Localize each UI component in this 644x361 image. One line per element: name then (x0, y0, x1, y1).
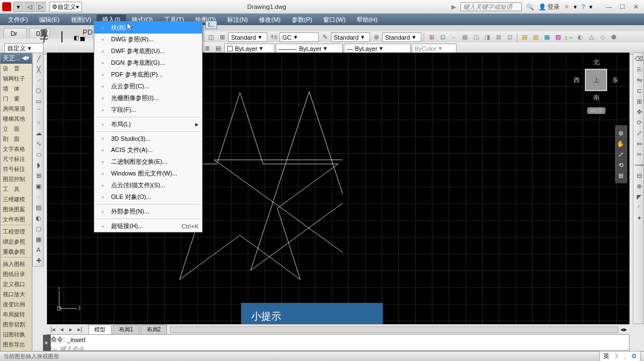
erase-button[interactable]: ⌫ (634, 54, 644, 64)
mirror-button[interactable]: ⇋ (634, 75, 644, 85)
snap-icon[interactable]: ↕↔ (564, 32, 574, 42)
dropdown-icon[interactable]: ▾ (589, 3, 593, 11)
menu-item[interactable]: ▫超链接(H)...Ctrl+K (94, 220, 202, 232)
fillet-button[interactable]: ◜ (634, 202, 644, 212)
panel-item[interactable]: 符号标注 (1, 164, 32, 174)
extend-button[interactable]: ⟶ (634, 160, 644, 170)
snap-icon[interactable]: ◫ (471, 32, 481, 42)
panel-item[interactable]: 图纸目录 (1, 269, 32, 279)
panel-item[interactable]: 视口放大 (1, 289, 32, 300)
menu-item[interactable]: ▫PDF 参考底图(P)... (94, 69, 202, 80)
menu-item[interactable]: 标注(N) (222, 15, 253, 25)
circle-button[interactable]: ○ (33, 117, 44, 127)
addselected-button[interactable]: ✚ (33, 255, 44, 265)
panel-item[interactable]: 立 面 (1, 124, 32, 134)
panel-item[interactable]: 定义视口 (1, 279, 32, 289)
tool-button[interactable]: ⊗ (371, 32, 381, 42)
menu-item[interactable]: ▫DWF 参考底图(U)... (94, 45, 202, 57)
menu-item[interactable]: 视图(V) (65, 15, 97, 25)
wcs-badge[interactable]: WCS (587, 107, 605, 114)
panel-item[interactable]: 改变比例 (1, 300, 32, 310)
snap-icon[interactable]: ⬢ (609, 32, 619, 42)
tool-button[interactable]: ⅍ (268, 32, 278, 42)
login-button[interactable]: 👤 登录 (539, 3, 560, 11)
panel-item[interactable]: 墙 体 (1, 84, 32, 94)
panel-item[interactable]: 图形切割 (1, 320, 32, 330)
plotstyle-dropdown[interactable]: ByColor▾ (412, 44, 456, 53)
help-search-input[interactable] (460, 2, 522, 11)
rotate-button[interactable]: ⟳ (634, 117, 644, 127)
viewcube-west[interactable]: 西 (574, 76, 580, 84)
horizontal-scroll[interactable] (170, 326, 618, 333)
menu-item[interactable]: 修改(M) (253, 15, 286, 25)
gradient-button[interactable]: ◐ (33, 213, 44, 223)
panel-item[interactable]: 轴网柱子 (1, 74, 32, 84)
dropdown-icon[interactable]: ▾ (574, 3, 577, 11)
panel-item[interactable]: 设 置 (1, 64, 32, 74)
ellipse-arc-button[interactable]: ◗ (33, 160, 44, 170)
steering-wheel-button[interactable]: ⊛ (616, 128, 626, 138)
dimstyle-dropdown[interactable]: GC▾ (280, 32, 319, 42)
layout-tab[interactable]: 布局1 (113, 325, 140, 335)
panel-item[interactable]: 图块图案 (1, 205, 32, 215)
menu-item[interactable]: ▫字段(F)... (94, 104, 202, 116)
lineweight-dropdown[interactable]: — ByLayer▾ (344, 44, 411, 53)
revcloud-button[interactable]: ☁ (33, 128, 44, 138)
panel-item[interactable]: 图形导出 (1, 340, 32, 350)
maximize-button[interactable]: ☐ (616, 2, 628, 12)
showmotion-button[interactable]: ⊞ (616, 170, 626, 180)
ime-indicator[interactable]: 英 ☽ ， ⚙ (599, 351, 641, 361)
search-icon[interactable]: 🔍 (526, 3, 534, 11)
panel-item[interactable]: 图层控制 (1, 174, 32, 184)
menu-item[interactable]: ▫3D Studio(3)... (94, 133, 202, 144)
orbit-button[interactable]: ⟲ (616, 160, 626, 170)
scroll-right-button[interactable]: ▸ (624, 326, 627, 333)
chamfer-button[interactable]: ◤ (634, 192, 644, 202)
menu-item[interactable]: ▫OLE 对象(O)... (94, 191, 202, 203)
polyline-button[interactable]: ⟋ (33, 75, 44, 85)
exchange-icon[interactable]: ✕ (564, 3, 569, 11)
array-button[interactable]: ⊞ (634, 96, 644, 106)
last-tab-button[interactable]: ▸| (76, 326, 84, 333)
panel-item[interactable]: 工程管理 (1, 227, 32, 237)
text-button[interactable]: A (33, 245, 44, 255)
copy-button[interactable]: ⎘ (634, 64, 644, 74)
match-props-button[interactable]: ≣ (202, 44, 212, 54)
construction-line-button[interactable]: ╳ (33, 64, 44, 74)
panel-item[interactable]: 重载参照 (1, 247, 32, 257)
panel-item[interactable]: 布局旋转 (1, 310, 32, 320)
snap-icon[interactable]: ⊡ (438, 32, 448, 42)
snap-icon[interactable]: ▦ (460, 32, 470, 42)
explode-button[interactable]: ✦ (634, 213, 644, 223)
menu-item[interactable]: ▫外部参照(N)... (94, 206, 202, 217)
make-block-button[interactable]: ▣ (33, 181, 44, 191)
prev-tab-button[interactable]: ◂ (58, 326, 66, 333)
snap-icon[interactable]: ⊞ (426, 32, 436, 42)
workspace-dropdown[interactable]: ⚙ 自定义 ▾ (49, 2, 82, 12)
panel-item[interactable]: 剖 面 (1, 134, 32, 144)
region-button[interactable]: ▢ (33, 224, 44, 234)
tool-button[interactable]: ▤ (213, 44, 223, 54)
style4-dropdown[interactable]: Standard▾ (382, 32, 421, 42)
menu-item[interactable]: 编辑(E) (33, 15, 65, 25)
hatch-button[interactable]: ▨ (33, 202, 44, 212)
polygon-button[interactable]: ⬡ (33, 86, 44, 96)
viewcube-east[interactable]: 东 (612, 76, 618, 84)
document-tab[interactable]: Dr (3, 28, 27, 39)
tool-button[interactable]: ✎ (320, 32, 330, 42)
snap-icon[interactable]: ⊡ (504, 32, 515, 42)
next-tab-button[interactable]: ▸ (67, 326, 75, 333)
snap-icon[interactable]: ⊠ (493, 32, 503, 42)
offset-button[interactable]: ⊏ (634, 86, 644, 96)
line-tool-button[interactable]: ╱ (33, 54, 44, 64)
menu-item[interactable]: ▫点云参照(C)... (94, 80, 202, 92)
snap-icon[interactable]: ↔ (449, 32, 459, 42)
scale-button[interactable]: ⤢ (634, 128, 644, 138)
minimize-button[interactable]: — (603, 2, 615, 12)
menu-item[interactable]: ▫ACIS 文件(A)... (94, 144, 202, 156)
menu-item[interactable]: ▫光栅图像参照(I)... (94, 92, 202, 104)
menu-item[interactable]: ▫Windows 图元文件(W)... (94, 168, 202, 179)
textstyle-dropdown[interactable]: Standard▾ (228, 32, 267, 42)
snap-icon[interactable]: ◐ (575, 32, 585, 42)
undo-dropdown-button[interactable]: ▾ (13, 2, 23, 12)
